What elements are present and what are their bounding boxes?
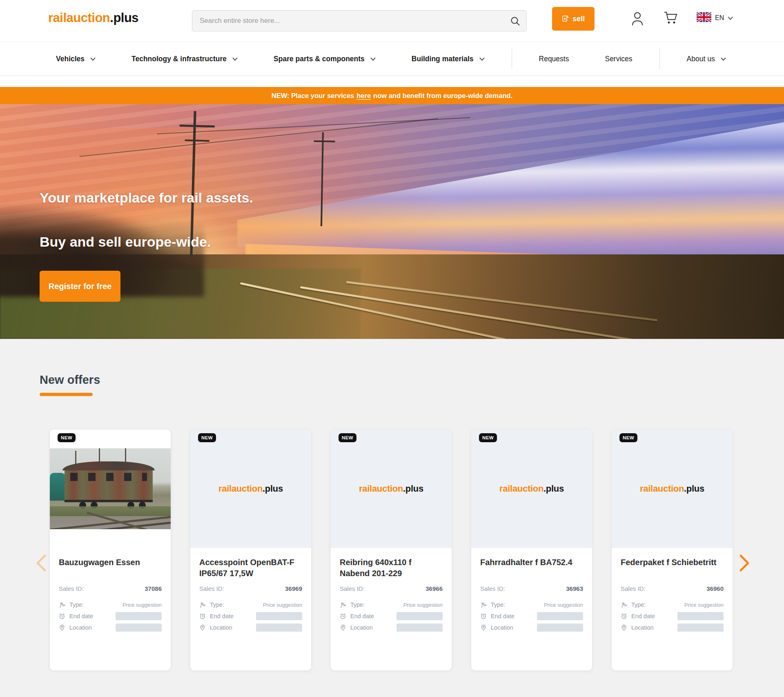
offer-image: railauction.plus xyxy=(50,430,171,548)
type-row: Type: Price suggestion xyxy=(480,599,583,610)
nav-item-technology-infrastructure[interactable]: Technology & infrastructure xyxy=(131,55,238,63)
sell-button[interactable]: sell xyxy=(552,7,595,31)
nav-item-building-materials[interactable]: Building materials xyxy=(412,55,485,63)
cart-icon[interactable] xyxy=(663,11,679,27)
chevron-down-icon xyxy=(370,57,376,61)
photo-wagon-art xyxy=(65,469,153,500)
sales-id-row: Sales ID: 36969 xyxy=(199,585,302,592)
sales-id-row: Sales ID: 36963 xyxy=(480,585,583,592)
offer-title: Reibring 640x110 f Nabend 201-229 xyxy=(340,557,443,580)
location-row: Location xyxy=(621,622,724,633)
type-row: Type: Price suggestion xyxy=(621,599,724,610)
end-date-row: End date xyxy=(621,610,724,622)
logo-part-orange: railauction xyxy=(640,483,684,494)
location-label: Location xyxy=(69,624,92,631)
location-pin-icon xyxy=(621,624,627,631)
new-badge: NEW xyxy=(479,433,497,442)
offer-body: Reibring 640x110 f Nabend 201-229 Sales … xyxy=(331,557,452,633)
nav-item-services[interactable]: Services xyxy=(605,55,632,63)
new-badge: NEW xyxy=(58,433,76,442)
sales-id-label: Sales ID: xyxy=(480,585,505,592)
offer-card[interactable]: NEW railauction.plus Reibring 640x110 f … xyxy=(331,430,452,670)
location-placeholder-bar xyxy=(116,624,162,632)
header: railauction.plus sell EN xyxy=(0,0,784,42)
photo-underframe-art xyxy=(65,500,153,502)
location-label: Location xyxy=(210,624,232,631)
nav-label: Spare parts & components xyxy=(274,55,365,63)
placeholder-brand-logo: railauction.plus xyxy=(218,483,283,494)
offer-image: railauction.plus xyxy=(190,430,311,548)
logo-part-dark: .plus xyxy=(684,483,704,494)
gavel-icon xyxy=(621,601,627,608)
nav-label: Technology & infrastructure xyxy=(131,55,227,63)
offer-image: railauction.plus xyxy=(471,430,592,548)
chevron-down-icon xyxy=(721,57,726,61)
hero-headline-2: Buy and sell europe-wide. xyxy=(40,234,211,250)
offer-attributes: Type: Price suggestion End date Location xyxy=(340,599,443,633)
nav-item-about-us[interactable]: About us xyxy=(687,55,726,63)
photo-rail-art xyxy=(50,514,171,529)
logo-part-orange: railauction xyxy=(499,483,543,494)
sales-id-label: Sales ID: xyxy=(199,585,224,592)
location-label: Location xyxy=(631,624,654,631)
location-pin-icon xyxy=(480,624,487,631)
type-label: Type: xyxy=(350,601,365,608)
search-icon[interactable] xyxy=(510,16,521,28)
end-date-label: End date xyxy=(491,613,514,619)
language-selector[interactable]: EN xyxy=(697,12,733,24)
search-input[interactable] xyxy=(192,11,526,31)
account-icon[interactable] xyxy=(630,11,644,27)
sales-id-row: Sales ID: 36966 xyxy=(340,585,443,592)
type-label: Type: xyxy=(210,601,224,608)
nav-item-requests[interactable]: Requests xyxy=(539,55,569,63)
offer-card[interactable]: NEW railauction.plus Fahrradhalter f BA7… xyxy=(471,430,592,670)
offer-photo xyxy=(50,448,171,529)
language-label: EN xyxy=(715,14,724,22)
offer-body: Bauzugwagen Essen Sales ID: 37086 Type: … xyxy=(50,557,171,633)
banner-here-link[interactable]: here xyxy=(356,92,371,100)
price-suggestion-label: Price suggestion xyxy=(263,602,302,608)
location-pin-icon xyxy=(340,624,346,631)
end-date-row: End date xyxy=(480,610,583,622)
type-label: Type: xyxy=(69,601,84,608)
gavel-icon xyxy=(59,601,65,608)
sales-id-value: 37086 xyxy=(145,585,162,592)
logo-part-dark: .plus xyxy=(110,11,138,25)
location-row: Location xyxy=(340,622,443,633)
end-date-label: End date xyxy=(350,613,374,619)
type-row: Type: Price suggestion xyxy=(59,599,162,610)
logo-part-dark: .plus xyxy=(403,483,423,494)
uk-flag-icon xyxy=(697,12,711,24)
offer-card[interactable]: NEW railauction.plus Accesspoint OpenBAT… xyxy=(190,430,311,670)
end-date-placeholder-bar xyxy=(537,612,583,620)
type-row: Type: Price suggestion xyxy=(340,599,443,610)
offer-title: Fahrradhalter f BA752.4 xyxy=(480,557,583,580)
offer-card[interactable]: NEW railauction.plus Federpaket f Schieb… xyxy=(612,430,733,670)
carousel-prev-icon[interactable] xyxy=(35,554,47,573)
price-suggestion-label: Price suggestion xyxy=(684,602,724,608)
new-badge: NEW xyxy=(198,433,216,442)
banner-text-before: NEW: Place your services xyxy=(272,92,354,100)
nav-label: Building materials xyxy=(412,55,474,63)
sales-id-row: Sales ID: 36960 xyxy=(621,585,724,592)
placeholder-brand-logo: railauction.plus xyxy=(640,483,704,494)
end-date-label: End date xyxy=(69,613,93,619)
sales-id-label: Sales ID: xyxy=(59,585,84,592)
alarm-clock-icon xyxy=(621,613,627,619)
nav-item-vehicles[interactable]: Vehicles xyxy=(56,55,96,63)
nav-divider xyxy=(659,49,660,69)
carousel-next-icon[interactable] xyxy=(739,554,751,573)
site-logo[interactable]: railauction.plus xyxy=(48,11,138,25)
hero-headline-1: Your marketplace for rail assets. xyxy=(40,190,253,206)
sales-id-row: Sales ID: 37086 xyxy=(59,585,162,592)
new-badge: NEW xyxy=(339,433,356,442)
chevron-down-icon xyxy=(479,57,485,61)
nav-label: About us xyxy=(687,55,715,63)
offer-card[interactable]: NEW railauction.plus Bauzugwagen Essen S… xyxy=(50,430,171,670)
register-button[interactable]: Register for free xyxy=(40,271,120,302)
price-suggestion-label: Price suggestion xyxy=(403,602,443,608)
sell-button-label: sell xyxy=(572,15,585,23)
end-date-placeholder-bar xyxy=(677,612,724,620)
nav-item-spare-parts-components[interactable]: Spare parts & components xyxy=(274,55,376,63)
section-title-underline xyxy=(40,393,93,396)
